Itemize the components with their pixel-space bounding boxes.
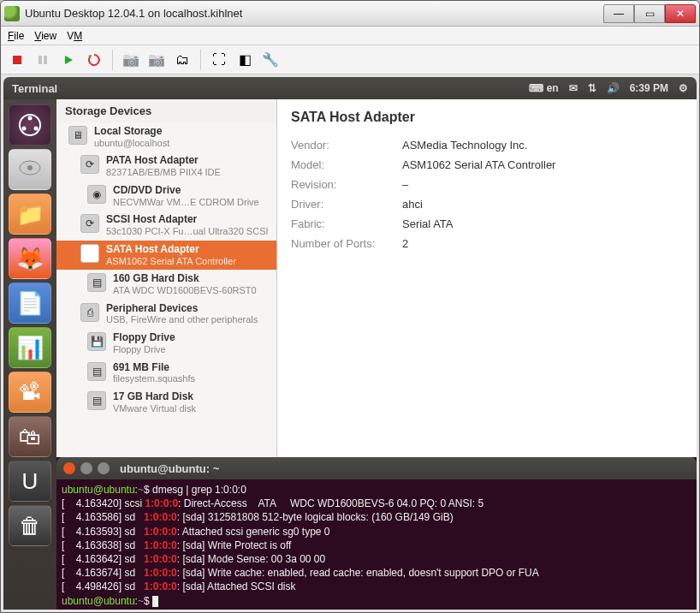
menu-vm[interactable]: VM [67, 30, 82, 42]
unity-button[interactable]: ◧ [234, 49, 256, 71]
floppy-icon: 💾 [87, 332, 106, 351]
maximize-button[interactable]: ▭ [634, 4, 665, 23]
svg-point-6 [28, 116, 33, 121]
fullscreen-button[interactable]: ⛶ [208, 49, 230, 71]
tree-item-sata[interactable]: ⟳ SATA Host AdapterASM1062 Serial ATA Co… [56, 241, 276, 270]
prop-val-fabric: Serial ATA [402, 217, 453, 230]
menu-view[interactable]: View [34, 30, 56, 42]
volume-icon[interactable]: 🔊 [607, 82, 620, 94]
hdd-icon: ▤ [87, 273, 106, 292]
term-minimize-icon[interactable] [80, 462, 92, 474]
pause-button[interactable] [32, 49, 54, 71]
tree-item-file[interactable]: ▤ 691 MB Filefilesystem.squashfs [56, 359, 276, 388]
prop-key-vendor: Vendor: [291, 139, 402, 152]
terminal-body[interactable]: ubuntu@ubuntu:~$ dmesg | grep 1:0:0:0 [ … [56, 479, 697, 610]
vmware-icon [4, 6, 20, 21]
play-button[interactable] [57, 49, 80, 71]
device-tree[interactable]: 🖥 Local Storageubuntu@localhost ⟳ PATA H… [56, 122, 276, 457]
svg-point-10 [27, 165, 33, 170]
impress-icon[interactable]: 📽 [9, 372, 51, 413]
host-window: Ubuntu Desktop 12.04.1 on localhost.kihl… [0, 0, 700, 613]
tree-item-hdd-160[interactable]: ▤ 160 GB Hard DiskATA WDC WD1600BEVS-60R… [56, 270, 276, 299]
svg-rect-0 [13, 56, 21, 64]
snapshot-button[interactable]: 📷 [120, 49, 142, 71]
titlebar[interactable]: Ubuntu Desktop 12.04.1 on localhost.kihl… [1, 1, 699, 27]
tree-item-local-storage[interactable]: 🖥 Local Storageubuntu@localhost [56, 122, 276, 152]
clock[interactable]: 6:39 PM [630, 82, 668, 94]
terminal-window: ubuntu@ubuntu: ~ ubuntu@ubuntu:~$ dmesg … [56, 457, 697, 610]
close-button[interactable]: ✕ [665, 4, 696, 23]
prop-key-fabric: Fabric: [291, 217, 402, 230]
usb-icon: ⎙ [80, 303, 99, 322]
term-maximize-icon[interactable] [98, 462, 110, 474]
nautilus-icon[interactable]: 📁 [9, 193, 51, 235]
dash-icon[interactable] [9, 104, 51, 146]
tree-item-peripherals[interactable]: ⎙ Peripheral DevicesUSB, FireWire and ot… [56, 300, 276, 329]
prop-key-driver: Driver: [291, 198, 402, 211]
disk-utility-window: Storage Devices 🖥 Local Storageubuntu@lo… [56, 99, 697, 457]
software-center-icon[interactable]: 🛍 [9, 416, 51, 457]
keyboard-indicator[interactable]: ⌨ en [529, 82, 559, 94]
disk-utility-icon[interactable] [9, 149, 51, 190]
prop-val-vendor: ASMedia Technology Inc. [402, 139, 527, 152]
tree-item-scsi[interactable]: ⟳ SCSI Host Adapter53c1030 PCI-X Fu…ual … [56, 211, 276, 240]
prop-val-ports: 2 [402, 237, 408, 250]
unity-launcher: 📁 🦊 📄 📊 📽 🛍 U 🗑 [3, 99, 56, 610]
term-close-icon[interactable] [63, 462, 75, 474]
ubuntu-top-panel: Terminal ⌨ en ✉ ⇅ 🔊 6:39 PM ⚙ [3, 77, 697, 99]
network-icon[interactable]: ⇅ [588, 82, 596, 94]
prop-key-model: Model: [291, 158, 402, 171]
trash-icon[interactable]: 🗑 [9, 505, 51, 546]
prop-key-ports: Number of Ports: [291, 237, 402, 250]
minimize-button[interactable]: — [603, 4, 634, 23]
session-gear-icon[interactable]: ⚙ [679, 82, 688, 94]
calc-icon[interactable]: 📊 [9, 327, 51, 368]
vm-display: Terminal ⌨ en ✉ ⇅ 🔊 6:39 PM ⚙ 📁 🦊 📄 📊 📽 … [1, 74, 699, 612]
svg-rect-1 [39, 56, 42, 64]
tree-item-cdrom[interactable]: ◉ CD/DVD DriveNECVMWar VM…E CDROM Drive [56, 182, 276, 211]
writer-icon[interactable]: 📄 [9, 283, 51, 324]
mail-icon[interactable]: ✉ [569, 82, 578, 94]
prop-val-driver: ahci [402, 198, 423, 211]
firefox-icon[interactable]: 🦊 [9, 238, 51, 279]
tree-item-floppy[interactable]: 💾 Floppy DriveFloppy Drive [56, 329, 276, 358]
prop-key-revision: Revision: [291, 178, 402, 191]
device-details-pane: SATA Host Adapter Vendor:ASMedia Technol… [277, 99, 697, 457]
cdrom-icon: ◉ [87, 185, 106, 204]
terminal-titlebar[interactable]: ubuntu@ubuntu: ~ [56, 457, 697, 479]
prop-val-revision: – [402, 178, 408, 191]
menu-file[interactable]: File [8, 30, 24, 42]
terminal-title: ubuntu@ubuntu: ~ [120, 462, 219, 475]
svg-rect-2 [44, 56, 47, 64]
ubuntu-one-icon[interactable]: U [9, 461, 51, 502]
adapter-icon: ⟳ [80, 155, 99, 174]
snapshot-revert-button[interactable]: 📷 [145, 49, 168, 71]
image-file-icon: ▤ [87, 362, 106, 381]
host-toolbar: 📷 📷 🗂 ⛶ ◧ 🔧 [1, 45, 699, 74]
restart-button[interactable] [83, 49, 105, 71]
adapter-icon: ⟳ [80, 244, 99, 263]
poweroff-button[interactable] [6, 49, 28, 71]
svg-marker-3 [65, 56, 73, 64]
adapter-icon: ⟳ [80, 214, 99, 233]
svg-point-7 [34, 127, 39, 131]
menubar: File View VM [1, 27, 699, 45]
window-title: Ubuntu Desktop 12.04.1 on localhost.kihl… [25, 7, 603, 20]
device-tree-header: Storage Devices [56, 99, 276, 122]
svg-point-8 [22, 127, 27, 131]
computer-icon: 🖥 [68, 126, 87, 145]
details-title: SATA Host Adapter [291, 110, 683, 125]
device-tree-pane: Storage Devices 🖥 Local Storageubuntu@lo… [56, 99, 277, 457]
hdd-icon: ▤ [87, 391, 106, 410]
settings-button[interactable]: 🔧 [259, 49, 282, 71]
prop-val-model: ASM1062 Serial ATA Controller [402, 158, 555, 171]
tree-item-pata[interactable]: ⟳ PATA Host Adapter82371AB/EB/MB PIIX4 I… [56, 152, 276, 181]
tree-item-hdd-17[interactable]: ▤ 17 GB Hard DiskVMware Virtual disk [56, 388, 276, 417]
active-app-name: Terminal [12, 82, 57, 95]
snapshot-manager-button[interactable]: 🗂 [171, 49, 193, 71]
ubuntu-desktop: 📁 🦊 📄 📊 📽 🛍 U 🗑 Storage Devices 🖥 [3, 99, 697, 610]
